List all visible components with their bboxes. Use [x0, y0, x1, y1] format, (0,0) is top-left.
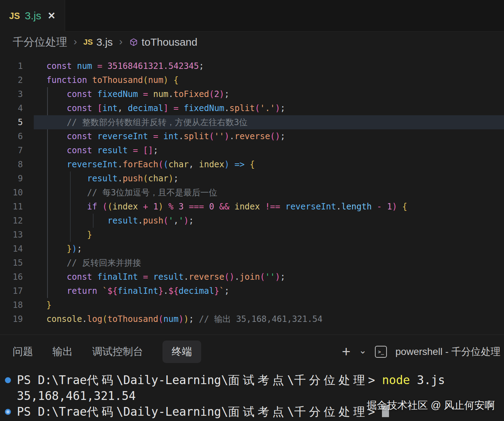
code-token: join	[240, 272, 260, 282]
code-text: // 每3位加逗号，且不是最后一位	[46, 186, 217, 200]
code-token: \	[287, 373, 294, 387]
panel-tab-bar: 问题输出调试控制台终端 + ⌄ >_ powershell - 千分位处理	[0, 335, 504, 369]
breadcrumb-folder[interactable]: 千分位处理	[13, 35, 67, 50]
code-line[interactable]: 14 });	[0, 242, 504, 256]
code-token: =	[143, 272, 153, 282]
code-token	[46, 258, 67, 268]
code-line[interactable]: 2function toThousand(num) {	[0, 73, 504, 87]
line-number: 13	[0, 228, 23, 242]
code-line[interactable]: 13 }	[0, 228, 504, 242]
code-token: -	[372, 202, 387, 212]
code-token: }	[67, 244, 72, 254]
code-line[interactable]: 6 const reverseInt = int.split('').rever…	[0, 129, 504, 143]
code-token: (	[143, 174, 148, 183]
breadcrumb-file[interactable]: JS 3.js	[83, 36, 113, 48]
tab-3js[interactable]: JS 3.js ✕	[0, 0, 65, 32]
code-token: }	[214, 286, 219, 296]
line-number: 12	[0, 214, 23, 228]
code-token: (	[102, 202, 107, 212]
code-token: ;	[189, 216, 194, 226]
vscode-window: JS 3.js ✕ 千分位处理 › JS 3.js › toThousand	[0, 0, 504, 421]
code-line[interactable]: 19console.log(toThousand(num)); // 输出 35…	[0, 312, 504, 326]
code-token: )	[392, 202, 397, 212]
code-line[interactable]: 3 const fixedNum = num.toFixed(2);	[0, 87, 504, 101]
code-token	[46, 160, 67, 169]
code-token: num	[77, 61, 97, 71]
symbol-cube-icon	[129, 38, 138, 48]
javascript-file-icon: JS	[83, 38, 93, 47]
code-text: const reverseInt = int.split('').reverse…	[46, 129, 285, 143]
panel-tab-output[interactable]: 输出	[52, 345, 73, 359]
line-number: 15	[0, 256, 23, 270]
code-line[interactable]: 15 // 反转回来并拼接	[0, 256, 504, 270]
code-token: .	[168, 89, 173, 99]
new-terminal-icon[interactable]: +	[342, 344, 351, 359]
code-line[interactable]: 18}	[0, 298, 504, 312]
panel-tab-debug-console[interactable]: 调试控制台	[92, 345, 143, 359]
code-token: ;	[280, 272, 285, 282]
code-token: (	[102, 314, 107, 324]
code-token: fixedNum	[97, 89, 143, 99]
code-line[interactable]: 11 if ((index + 1) % 3 === 0 && index !=…	[0, 200, 504, 214]
code-token: )	[275, 103, 280, 113]
code-token: // 输出 35,168,461,321.54	[194, 314, 323, 324]
code-token	[46, 272, 67, 282]
code-line[interactable]: 1const num = 35168461321.542345;	[0, 59, 504, 73]
code-token: 代码	[87, 405, 116, 419]
code-token	[46, 286, 67, 296]
code-line[interactable]: 5 // 整数部分转数组并反转，方便从左往右数3位	[0, 115, 504, 129]
code-token: ;	[189, 314, 194, 324]
code-editor[interactable]: 1const num = 35168461321.542345;2functio…	[0, 53, 504, 335]
code-text: function toThousand(num) {	[46, 73, 179, 87]
code-token: }	[46, 300, 51, 310]
code-line[interactable]: 4 const [int, decimal] = fixedNum.split(…	[0, 101, 504, 115]
code-token: const	[67, 103, 97, 113]
code-token: )	[275, 272, 280, 282]
code-token: ;	[77, 244, 82, 254]
code-line[interactable]: 12 result.push(',');	[0, 214, 504, 228]
code-text: result.push(',');	[46, 214, 194, 228]
code-lines: 1const num = 35168461321.542345;2functio…	[0, 53, 504, 326]
code-token: .	[336, 202, 341, 212]
code-line[interactable]: 17 return `${finalInt}.${decimal}`;	[0, 284, 504, 298]
chevron-down-icon[interactable]: ⌄	[359, 345, 366, 356]
code-text: reverseInt.forEach((char, index) => {	[46, 157, 255, 171]
code-line[interactable]: 16 const finalInt = result.reverse().joi…	[0, 270, 504, 284]
line-number: 3	[0, 87, 23, 101]
code-text: // 反转回来并拼接	[46, 256, 141, 270]
panel-tab-problems[interactable]: 问题	[13, 345, 33, 359]
code-text: console.log(toThousand(num)); // 输出 35,1…	[46, 312, 323, 326]
panel-tab-terminal[interactable]: 终端	[162, 341, 201, 363]
close-icon[interactable]: ✕	[47, 10, 56, 21]
line-number: 8	[0, 157, 23, 171]
code-token: (	[163, 216, 168, 226]
code-token: const	[46, 61, 77, 71]
code-token: int	[163, 131, 178, 141]
code-text: }	[46, 298, 51, 312]
terminal-bullet-icon	[5, 409, 11, 415]
code-token: ''	[214, 131, 224, 141]
code-token: .	[117, 160, 122, 169]
code-line[interactable]: 9 result.push(char);	[0, 171, 504, 186]
code-token: )	[168, 174, 173, 183]
breadcrumb-symbol[interactable]: toThousand	[129, 36, 197, 48]
code-token: if	[87, 202, 102, 212]
code-token: const	[67, 89, 97, 99]
code-token: (	[107, 202, 112, 212]
code-token: 3	[179, 202, 184, 212]
code-token: =	[97, 61, 108, 71]
code-token: const	[67, 131, 97, 141]
code-line[interactable]: 8 reverseInt.forEach((char, index) => {	[0, 157, 504, 171]
code-token: `	[219, 286, 224, 296]
code-token: )	[163, 75, 168, 85]
code-token: char	[148, 174, 168, 183]
code-token: ''	[265, 272, 275, 282]
code-token: (	[143, 75, 148, 85]
code-line[interactable]: 7 const result = [];	[0, 143, 504, 157]
terminal-session-title[interactable]: powershell - 千分位处理	[395, 345, 500, 358]
code-token: \	[287, 405, 294, 419]
code-text: }	[46, 228, 92, 242]
code-text: const num = 35168461321.542345;	[46, 59, 204, 73]
code-line[interactable]: 10 // 每3位加逗号，且不是最后一位	[0, 186, 504, 200]
code-token: ;	[173, 174, 178, 183]
